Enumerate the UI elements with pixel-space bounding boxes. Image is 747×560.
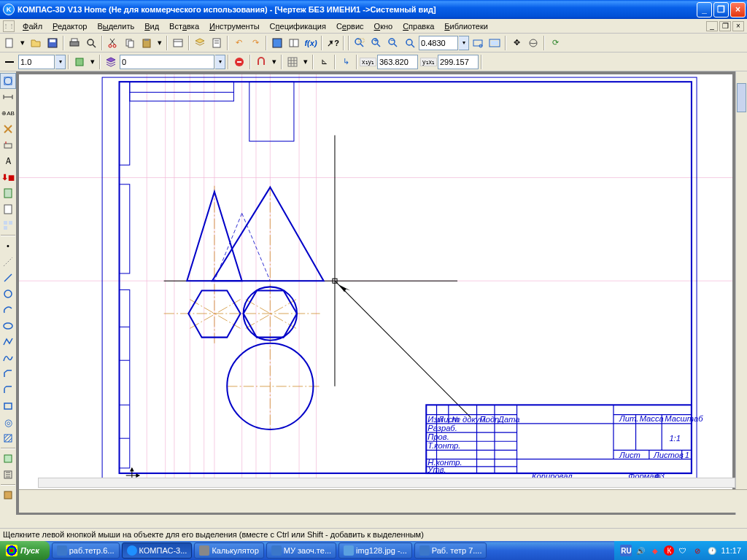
tray-icon-5[interactable]: ⊘ <box>692 545 703 556</box>
layers-button[interactable] <box>192 35 208 51</box>
zoom-window-button[interactable] <box>352 35 368 51</box>
geometry-panel-button[interactable] <box>0 73 16 89</box>
menu-window[interactable]: Окно <box>369 20 398 32</box>
ortho-button[interactable]: ⊾ <box>316 54 332 70</box>
scale-dropdown[interactable]: ▾ <box>55 55 66 69</box>
grid-dropdown[interactable]: ▾ <box>301 54 310 70</box>
task-item-5[interactable]: Раб. тетр 7.... <box>414 542 487 559</box>
grid-button[interactable] <box>285 54 301 70</box>
layer-input[interactable] <box>120 55 214 69</box>
symbols-panel-button[interactable]: ⊕AB <box>0 105 16 121</box>
new-button[interactable] <box>1 35 18 51</box>
paste-button[interactable] <box>139 35 155 51</box>
start-button[interactable]: Пуск <box>0 541 50 560</box>
tray-icon-6[interactable]: 🕐 <box>706 545 718 556</box>
tray-icon-2[interactable]: ◆ <box>649 545 661 556</box>
state-dropdown[interactable]: ▾ <box>88 54 97 70</box>
horizontal-scrollbar[interactable] <box>38 478 735 488</box>
tool-a-button[interactable] <box>0 451 16 467</box>
zoom-scale-button[interactable] <box>402 35 418 51</box>
open-button[interactable] <box>28 35 44 51</box>
coord-x-input[interactable] <box>377 55 418 69</box>
tool-b-button[interactable] <box>0 467 16 483</box>
ellipse-button[interactable] <box>0 318 16 334</box>
menu-service[interactable]: Сервис <box>331 20 369 32</box>
edit-panel-button[interactable] <box>0 121 16 137</box>
polyline-button[interactable] <box>0 334 16 350</box>
tray-icon-1[interactable]: 🔊 <box>635 545 646 556</box>
mdi-minimize-button[interactable]: _ <box>706 21 718 31</box>
help-cursor-button[interactable]: ⭷? <box>325 35 341 51</box>
menu-help[interactable]: Справка <box>398 20 439 32</box>
bezier-button[interactable] <box>0 350 16 366</box>
snap-dropdown[interactable]: ▾ <box>270 54 279 70</box>
linetype-button[interactable] <box>1 54 18 70</box>
dim-panel-button[interactable] <box>0 89 16 105</box>
task-item-1[interactable]: КОМПАС-3... <box>122 542 193 559</box>
task-item-0[interactable]: раб.тетр.6... <box>52 542 120 559</box>
mdi-restore-button[interactable]: ❐ <box>719 21 731 31</box>
minimize-button[interactable]: _ <box>697 2 712 18</box>
zoom-all-button[interactable] <box>487 35 503 51</box>
lang-indicator[interactable]: RU <box>620 545 632 556</box>
menu-insert[interactable]: Вставка <box>164 20 204 32</box>
properties-button[interactable] <box>170 35 186 51</box>
views-panel-button[interactable] <box>0 217 16 233</box>
spec-button[interactable] <box>209 35 225 51</box>
line-button[interactable] <box>0 270 16 286</box>
cut-button[interactable] <box>105 35 121 51</box>
save-button[interactable] <box>44 35 61 51</box>
orbit-button[interactable] <box>525 35 541 51</box>
menu-spec[interactable]: Спецификация <box>265 20 331 32</box>
mdi-close-button[interactable]: × <box>732 21 744 31</box>
pan-button[interactable]: ✥ <box>508 35 525 51</box>
preview-button[interactable] <box>83 35 99 51</box>
refresh-button[interactable]: ⟳ <box>547 35 563 51</box>
task-item-3[interactable]: МУ заоч.те... <box>266 542 336 559</box>
select-panel-button[interactable]: ⬇◼ <box>0 169 16 185</box>
restore-button[interactable]: ❐ <box>713 2 729 18</box>
menu-view[interactable]: Вид <box>139 20 164 32</box>
zoom-value-input[interactable] <box>419 36 458 50</box>
menu-libs[interactable]: Библиотеки <box>439 20 493 32</box>
arc-button[interactable] <box>0 302 16 318</box>
tray-icon-4[interactable]: 🛡 <box>677 545 689 556</box>
spec-panel-button[interactable] <box>0 185 16 201</box>
menu-edit[interactable]: Редактор <box>47 20 92 32</box>
scale-input[interactable] <box>18 55 55 69</box>
new-dropdown[interactable]: ▾ <box>18 35 27 51</box>
chamfer-button[interactable] <box>0 366 16 382</box>
aux-line-button[interactable] <box>0 254 16 270</box>
drawing-canvas[interactable]: Изм Лист № докум. Подп. Дата Разраб. Про… <box>19 74 732 512</box>
undo-button[interactable]: ↶ <box>231 35 247 51</box>
canvas-area[interactable]: Изм Лист № докум. Подп. Дата Разраб. Про… <box>16 71 747 515</box>
zoom-fit-button[interactable] <box>470 35 486 51</box>
param-panel-button[interactable] <box>0 137 16 153</box>
point-button[interactable]: • <box>0 238 16 254</box>
layers-multi-button[interactable] <box>103 54 119 70</box>
state-button[interactable] <box>71 54 88 70</box>
circle-button[interactable] <box>0 286 16 302</box>
zoom-dropdown[interactable]: ▾ <box>459 36 469 50</box>
redo-button[interactable]: ↷ <box>247 35 263 51</box>
fillet-button[interactable] <box>0 382 16 398</box>
task-item-4[interactable]: img128.jpg -... <box>338 542 412 559</box>
measure-panel-button[interactable]: Ａ <box>0 153 16 169</box>
vertical-scrollbar[interactable] <box>735 71 747 515</box>
menu-file[interactable]: Файл <box>18 20 47 32</box>
autoax-button[interactable]: ◎ <box>0 414 16 430</box>
hatch-button[interactable] <box>0 430 16 446</box>
menu-tools[interactable]: Инструменты <box>204 20 265 32</box>
tool-c-button[interactable] <box>0 487 16 503</box>
stop-button[interactable] <box>231 54 247 70</box>
coord-y-input[interactable] <box>438 55 479 69</box>
menu-select[interactable]: Выделить <box>92 20 139 32</box>
lcs-button[interactable]: ↳ <box>338 54 354 70</box>
zoom-in-button[interactable]: + <box>368 35 384 51</box>
clock[interactable]: 11:17 <box>721 546 741 555</box>
task-item-2[interactable]: Калькулятор <box>194 542 263 559</box>
close-button[interactable]: × <box>730 2 746 18</box>
copy-button[interactable] <box>122 35 138 51</box>
manager-button[interactable] <box>269 35 285 51</box>
system-tray[interactable]: RU 🔊 ◆ К 🛡 ⊘ 🕐 11:17 <box>614 541 747 560</box>
